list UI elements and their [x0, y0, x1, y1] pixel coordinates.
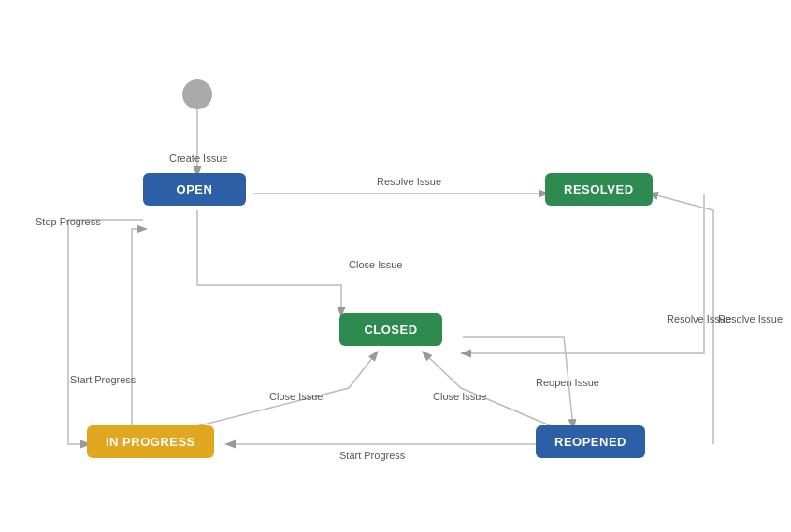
label-close-issue-3: Close Issue — [433, 391, 486, 402]
label-resolve-issue-1: Resolve Issue — [377, 176, 441, 187]
state-resolved: RESOLVED — [545, 173, 653, 206]
label-stop-progress: Stop Progress — [36, 216, 101, 227]
label-close-issue-1: Close Issue — [349, 259, 402, 270]
label-resolve-issue-3: Resolve Issue — [718, 313, 783, 324]
start-node — [182, 79, 212, 109]
state-inprogress-label: IN PROGRESS — [106, 435, 195, 449]
state-resolved-label: RESOLVED — [564, 182, 634, 196]
state-closed: CLOSED — [339, 313, 442, 346]
state-closed-label: CLOSED — [364, 323, 417, 337]
label-start-progress-1: Start Progress — [70, 374, 136, 385]
state-open-label: OPEN — [177, 182, 213, 196]
label-create-issue: Create Issue — [169, 152, 227, 164]
state-reopened-label: REOPENED — [554, 435, 626, 449]
label-reopen-issue: Reopen Issue — [536, 377, 599, 388]
label-start-progress-2: Start Progress — [339, 450, 405, 461]
label-close-issue-2: Close Issue — [269, 391, 323, 402]
state-open: OPEN — [143, 173, 246, 206]
diagram-container: OPEN RESOLVED CLOSED IN PROGRESS REOPENE… — [31, 23, 760, 510]
state-inprogress: IN PROGRESS — [87, 425, 214, 458]
state-reopened: REOPENED — [536, 425, 645, 458]
